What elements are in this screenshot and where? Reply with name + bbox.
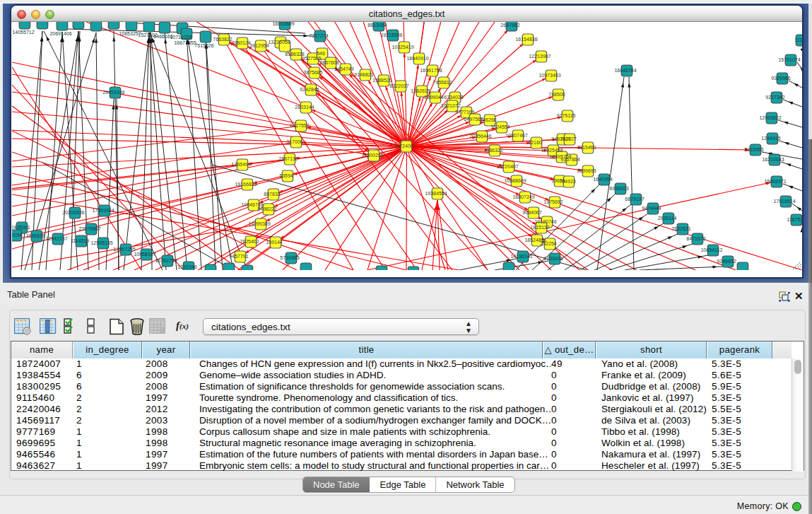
svg-text:20356446: 20356446 <box>469 134 491 139</box>
svg-text:12093822: 12093822 <box>759 115 781 120</box>
svg-text:62160: 62160 <box>528 140 542 145</box>
svg-text:14099389: 14099389 <box>248 221 270 226</box>
svg-text:116753: 116753 <box>787 217 802 222</box>
svg-text:15692971: 15692971 <box>764 179 786 184</box>
svg-text:10025458: 10025458 <box>541 148 563 153</box>
svg-text:15720407: 15720407 <box>496 164 518 169</box>
svg-text:8813054: 8813054 <box>367 23 387 28</box>
svg-text:1621072: 1621072 <box>441 103 460 108</box>
svg-text:9329966: 9329966 <box>771 76 790 81</box>
svg-text:2935114: 2935114 <box>658 216 677 221</box>
svg-text:17359924: 17359924 <box>92 208 114 213</box>
svg-text:18724007: 18724007 <box>394 144 416 148</box>
svg-text:2687682: 2687682 <box>500 23 519 28</box>
svg-text:9357864: 9357864 <box>560 157 579 162</box>
svg-text:17016514: 17016514 <box>773 199 795 204</box>
svg-text:53594: 53594 <box>279 173 293 178</box>
svg-text:9527505: 9527505 <box>302 56 321 61</box>
svg-text:317006: 317006 <box>286 139 302 144</box>
svg-text:9899695: 9899695 <box>577 168 596 173</box>
svg-text:14136141: 14136141 <box>510 254 532 259</box>
svg-text:1765494: 1765494 <box>231 162 250 167</box>
svg-text:1114519: 1114519 <box>71 238 89 243</box>
svg-text:2867608: 2867608 <box>319 60 339 65</box>
svg-text:1117: 1117 <box>795 37 802 42</box>
svg-text:16033809: 16033809 <box>272 22 294 26</box>
svg-text:8322037: 8322037 <box>389 83 408 88</box>
svg-text:12505135: 12505135 <box>90 240 112 245</box>
svg-text:12942737: 12942737 <box>45 236 67 241</box>
svg-text:39154: 39154 <box>12 233 22 238</box>
svg-text:9227342: 9227342 <box>765 95 784 100</box>
svg-text:2803144: 2803144 <box>295 105 314 110</box>
svg-text:20691406: 20691406 <box>49 31 71 36</box>
svg-text:16210643: 16210643 <box>762 157 784 162</box>
svg-text:8215955: 8215955 <box>744 147 763 152</box>
svg-text:7515526: 7515526 <box>194 43 213 48</box>
svg-text:9242845: 9242845 <box>300 87 319 92</box>
svg-text:1733426: 1733426 <box>543 256 563 261</box>
svg-text:1640954: 1640954 <box>593 177 612 182</box>
svg-text:18300295: 18300295 <box>361 153 383 158</box>
svg-text:3912954: 3912954 <box>249 43 269 48</box>
svg-text:9777169: 9777169 <box>455 110 474 115</box>
svg-text:6879197: 6879197 <box>625 197 644 201</box>
svg-text:9775115: 9775115 <box>557 113 576 118</box>
svg-text:2867130: 2867130 <box>278 156 298 161</box>
svg-text:18807249: 18807249 <box>512 194 534 199</box>
svg-text:7357274: 7357274 <box>309 33 328 38</box>
svg-text:7955812: 7955812 <box>433 80 452 85</box>
svg-text:23975867: 23975867 <box>78 226 100 231</box>
svg-text:13226058: 13226058 <box>268 40 290 45</box>
svg-text:16961758: 16961758 <box>420 68 442 73</box>
svg-text:9084067: 9084067 <box>522 210 541 215</box>
svg-text:8999044: 8999044 <box>424 95 443 100</box>
svg-text:9474444: 9474444 <box>642 206 661 211</box>
svg-text:8454749: 8454749 <box>334 66 353 71</box>
svg-text:9115460: 9115460 <box>577 145 596 150</box>
svg-text:753627: 753627 <box>560 136 576 141</box>
svg-text:9457791: 9457791 <box>229 254 248 259</box>
svg-text:8471676: 8471676 <box>686 236 705 241</box>
svg-text:1362615: 1362615 <box>411 88 430 93</box>
svg-text:19384554: 19384554 <box>425 191 447 196</box>
svg-text:3624554: 3624554 <box>490 124 510 129</box>
svg-text:18640910: 18640910 <box>406 56 428 61</box>
svg-text:546: 546 <box>317 51 325 56</box>
svg-text:14055712: 14055712 <box>12 30 34 35</box>
svg-text:1588520: 1588520 <box>372 78 392 83</box>
svg-text:252254: 252254 <box>540 241 556 246</box>
svg-text:1244415: 1244415 <box>761 136 780 141</box>
svg-text:29053346: 29053346 <box>102 90 124 95</box>
svg-text:10654112: 10654112 <box>701 247 723 252</box>
svg-text:16671355: 16671355 <box>174 40 196 45</box>
svg-text:754923: 754923 <box>559 179 575 184</box>
svg-text:12213967: 12213967 <box>529 54 551 59</box>
svg-text:6734028: 6734028 <box>444 95 463 100</box>
svg-text:10688609: 10688609 <box>504 178 526 183</box>
svg-text:2435061: 2435061 <box>12 225 30 230</box>
svg-text:17957255: 17957255 <box>113 247 135 252</box>
svg-text:10120746: 10120746 <box>534 219 556 224</box>
svg-text:1975692: 1975692 <box>543 199 563 204</box>
svg-text:16648784: 16648784 <box>614 68 636 73</box>
svg-text:7625402: 7625402 <box>240 239 259 244</box>
svg-text:9146821: 9146821 <box>354 72 373 77</box>
svg-text:19166825: 19166825 <box>235 182 257 187</box>
svg-text:5498222: 5498222 <box>257 206 276 211</box>
svg-text:169144: 169144 <box>266 240 282 245</box>
svg-text:7663822: 7663822 <box>213 37 232 42</box>
svg-text:10719155: 10719155 <box>170 35 192 40</box>
svg-text:1156829: 1156829 <box>26 233 45 238</box>
svg-text:748500: 748500 <box>548 92 565 97</box>
svg-text:16154838: 16154838 <box>515 37 537 42</box>
svg-text:7632621: 7632621 <box>671 226 690 231</box>
svg-text:7986322: 7986322 <box>483 148 502 153</box>
svg-text:10958107: 10958107 <box>134 252 155 257</box>
svg-text:3960124: 3960124 <box>231 40 250 45</box>
svg-text:10807467: 10807467 <box>505 133 527 138</box>
svg-text:887833: 887833 <box>264 192 280 197</box>
svg-text:1292346: 1292346 <box>177 264 196 269</box>
svg-text:746266: 746266 <box>480 117 496 122</box>
svg-text:16782759: 16782759 <box>155 258 177 263</box>
